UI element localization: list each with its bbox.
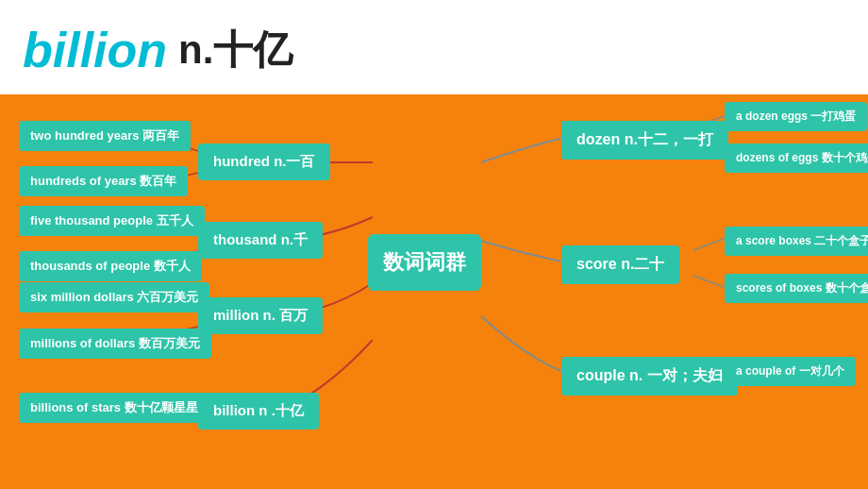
node-dozen: dozen n.十二，一打	[561, 121, 728, 160]
svg-line-10	[693, 276, 726, 288]
node-thousand-ex2: thousands of people 数千人	[19, 251, 202, 281]
node-thousand: thousand n.千	[198, 222, 323, 259]
svg-line-9	[693, 238, 726, 250]
node-hundred-ex2: hundreds of years 数百年	[19, 166, 188, 196]
mindmap-area: 数词词群 hundred n.一百 two hundred years 两百年 …	[0, 94, 868, 489]
node-dozen-ex2: dozens of eggs 数十个鸡蛋	[725, 143, 868, 173]
node-couple: couple n. 一对；夫妇	[561, 357, 738, 396]
node-dozen-ex1: a dozen eggs 一打鸡蛋	[725, 102, 867, 131]
header: billion n.十亿	[0, 0, 868, 94]
node-couple-ex1: a couple of 一对几个	[725, 357, 856, 386]
header-definition: n.十亿	[178, 24, 292, 76]
node-million-ex2: millions of dollars 数百万美元	[19, 329, 211, 359]
node-million: million n. 百万	[198, 297, 323, 334]
node-score: score n.二十	[561, 245, 679, 284]
center-node: 数词词群	[368, 234, 481, 291]
node-thousand-ex1: five thousand people 五千人	[19, 206, 205, 236]
node-score-ex1: a score boxes 二十个盒子	[725, 227, 868, 256]
node-score-ex2: scores of boxes 数十个盒子	[725, 274, 868, 303]
header-word: billion	[23, 22, 167, 78]
node-billion-ex1: billions of stars 数十亿颗星星	[19, 393, 209, 423]
node-billion-left: billion n .十亿	[198, 393, 319, 430]
node-million-ex1: six million dollars 六百万美元	[19, 282, 209, 312]
node-hundred-ex1: two hundred years 两百年	[19, 121, 191, 151]
node-hundred: hundred n.一百	[198, 143, 330, 180]
